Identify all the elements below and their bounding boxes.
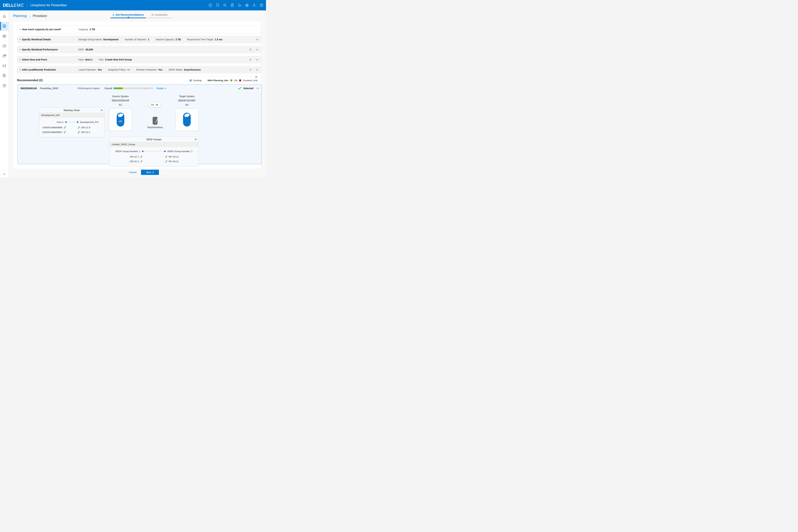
workload-performance-title: Specify Workload Performance [22, 48, 58, 51]
sidebar-expand-toggle[interactable] [0, 170, 8, 177]
mode-label: Asynchronous [142, 126, 168, 129]
tab-get-recommendations[interactable]: 1. Get Recommendations [110, 13, 146, 18]
node-dot-icon [65, 121, 67, 123]
workload-details-title: Specify Workload Details [22, 38, 51, 41]
cancel-button[interactable]: Cancel [129, 171, 137, 174]
port-label: Port: [99, 58, 104, 61]
node-connector-line [67, 122, 76, 122]
sidebar-item-hosts[interactable] [0, 61, 8, 70]
refresh-icon[interactable] [215, 3, 220, 8]
search-icon[interactable] [223, 3, 227, 8]
sidebar-item-replication[interactable] [0, 52, 8, 60]
check-icon [238, 87, 242, 90]
local-protection-label: Local Protection: [78, 68, 96, 71]
srdf-group-2-label: SRDF Group Number: 2 [167, 150, 192, 153]
collapse-panel-icon[interactable] [101, 109, 103, 111]
io-direction-button[interactable]: I/O [148, 102, 161, 108]
snapshot-policy-label: Snapshot Policy: [108, 68, 126, 71]
performance-icon [2, 44, 6, 48]
sidebar-item-support[interactable] [0, 81, 8, 90]
legend-planning-job-label: With Planning Job: [207, 79, 229, 82]
source-system-id: 000220200145 [104, 98, 137, 103]
srdf-group-name: Untitled_SRDF_Group [110, 142, 198, 147]
recommendation-card[interactable]: 000220200145 PowerMax_8500 Performance I… [17, 84, 262, 164]
bullet-icon [20, 29, 20, 30]
dash-icon [127, 69, 130, 70]
accordion-workload-performance[interactable]: Specify Workload Performance IOPs:50,000 [17, 46, 261, 53]
source-system-column: Source System 000220200145 R1 I/O [104, 94, 137, 131]
link-icon [140, 155, 143, 158]
help-icon[interactable] [259, 3, 264, 8]
collapse-all-icon[interactable] [255, 76, 258, 78]
link-icon [63, 131, 66, 134]
sidebar-item-storage[interactable] [0, 32, 8, 40]
tab-customize[interactable]: 2. Customize [148, 13, 172, 18]
sidebar-item-home[interactable] [0, 12, 8, 20]
header-icon-group [208, 3, 264, 8]
srdf-node-row: SRDF Group Number: 1 SRDF Group Number: … [110, 148, 198, 154]
bullet-icon [20, 59, 20, 60]
storage-group-name-label: Storage Group Name: [78, 38, 102, 41]
host-node-label: Host 1 [57, 121, 63, 124]
performance-impact-bar [114, 88, 153, 89]
settings-icon[interactable] [244, 3, 249, 8]
breadcrumb-planning-link[interactable]: Planning [13, 14, 26, 18]
srdf-group-1-label: SRDF Group Number: 1 [115, 150, 140, 153]
io-pill-label: I/O [151, 103, 154, 106]
tasks-icon[interactable] [230, 3, 235, 8]
next-button[interactable]: Next [141, 170, 159, 175]
alerts-icon[interactable] [237, 3, 242, 8]
left-sidebar [0, 11, 9, 177]
impact-legend: Existing With Planning Job: OK Exceeds L… [190, 79, 258, 82]
selected-toggle[interactable]: Selected [238, 87, 253, 90]
card-collapse-chevron[interactable] [256, 88, 259, 89]
planning-icon [2, 24, 6, 28]
number-of-volumes-value: 1 [148, 38, 149, 41]
accordion-workload-details[interactable]: Specify Workload Details Storage Group N… [17, 36, 261, 43]
accordion-host-ports[interactable]: Select Host and Ports Host:Host 1 Port:C… [17, 56, 261, 63]
page-title: Provision [33, 14, 47, 18]
wizard-steps: 1. Get Recommendations 2. Customize [110, 13, 172, 18]
system-model: PowerMax_8500 [40, 87, 58, 90]
edit-pencil-icon[interactable] [153, 117, 157, 125]
chevron-down-icon[interactable] [255, 38, 259, 41]
port-group-node-label: Development_PG [80, 121, 99, 124]
chevron-down-icon[interactable] [255, 58, 259, 61]
brand-dell: DELL [3, 3, 14, 8]
accordion-capacity[interactable]: How much capacity do you need? Capacity:… [17, 25, 261, 33]
close-icon[interactable] [249, 68, 252, 71]
sidebar-item-performance[interactable] [0, 42, 8, 50]
dell-emc-logo[interactable]: DELLEMC [3, 3, 24, 8]
app-title: Unisphere for PowerMax [31, 3, 67, 7]
sidebar-item-jobs[interactable] [0, 72, 8, 80]
sidebar-item-planning[interactable] [0, 22, 8, 31]
initiator-wwn: 100000109b909bf7 [42, 131, 62, 134]
srdf-groups-title: SRDF Groups [146, 138, 162, 141]
accordion-capacity-title: How much capacity do you need? [22, 28, 61, 31]
user-icon[interactable] [252, 3, 256, 8]
bar-existing-segment [114, 88, 115, 89]
details-link[interactable]: Details [156, 87, 166, 90]
bullet-icon [20, 39, 20, 40]
close-icon[interactable] [249, 48, 252, 51]
step2-label: 2. Customize [152, 13, 168, 16]
srdf-mode-value: Asynchronous [184, 68, 201, 71]
accordion-protection[interactable]: Add Local/Remote Protection Local Protec… [17, 66, 261, 74]
info-icon[interactable] [208, 3, 213, 8]
close-icon[interactable] [249, 58, 252, 61]
legend-exceeds-swatch [239, 79, 241, 81]
brand-emc: EMC [14, 3, 24, 8]
collapse-panel-icon[interactable] [194, 138, 197, 140]
chevron-down-icon[interactable] [255, 48, 259, 51]
arrow-right-icon [155, 104, 158, 106]
bullet-icon [20, 49, 20, 50]
details-label: Details [156, 87, 164, 90]
source-system-title: Source System [104, 94, 137, 98]
chevron-down-icon [165, 88, 166, 89]
breadcrumb-row: Planning › Provision 1. Get Recommendati… [9, 11, 266, 22]
io-cylinder-label: I/O [119, 120, 122, 123]
recommended-header: Recommended (2) Existing With Planning J… [17, 79, 258, 82]
masking-views-panel: Masking Views Development_MV Host 1 Deve… [39, 108, 104, 137]
chevron-down-icon[interactable] [255, 68, 259, 71]
chevron-right-icon [152, 171, 154, 173]
